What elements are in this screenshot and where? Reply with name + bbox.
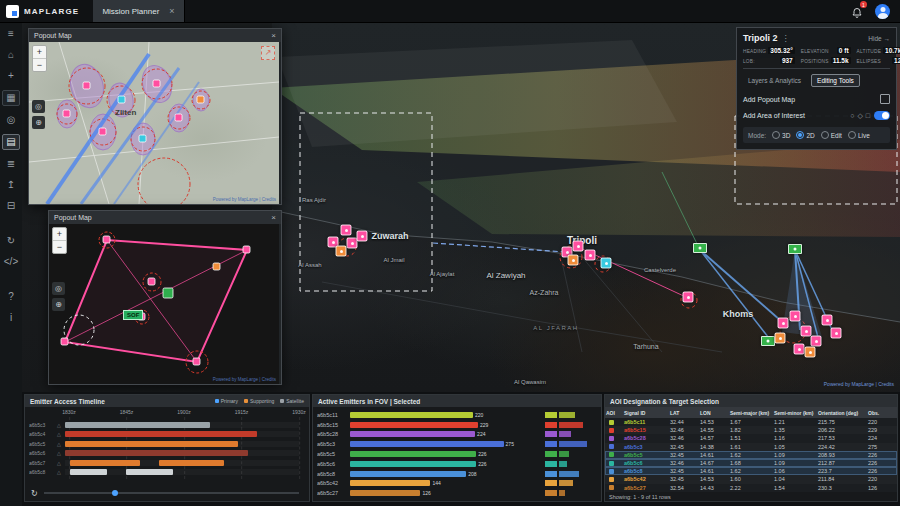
popout-1-map[interactable]: + − ◎ ⊕ ↗ Zliten Powered by MapLarge | C… <box>29 42 279 204</box>
info-icon[interactable]: i <box>3 311 19 325</box>
popout-1-titlebar[interactable]: Popout Map × <box>29 29 281 42</box>
map-attribution[interactable]: Powered by MapLarge | Credits <box>824 381 894 387</box>
emitter-marker[interactable] <box>336 246 347 257</box>
emitter-row[interactable]: a6b5c11220 <box>317 410 597 420</box>
emitter-marker[interactable] <box>568 255 579 266</box>
polygon-tool-icon[interactable]: ◇ <box>857 112 862 120</box>
emitter-marker[interactable] <box>822 315 833 326</box>
emitter-row[interactable]: a6b5c15229 <box>317 420 597 430</box>
zoom-out-button[interactable]: − <box>53 241 66 253</box>
emitter-marker[interactable] <box>775 333 786 344</box>
database-icon[interactable]: ⊟ <box>3 199 19 213</box>
mode-option-3d[interactable]: 3D <box>772 131 790 139</box>
locate-icon[interactable]: ◎ <box>32 100 45 113</box>
mode-option-live[interactable]: Live <box>848 131 870 139</box>
timeline-track[interactable] <box>65 450 299 456</box>
emitter-marker[interactable] <box>693 243 707 253</box>
popout-map-2[interactable]: Popout Map × <box>48 210 282 385</box>
emitter-row[interactable]: a6b5c6226 <box>317 459 597 469</box>
popout-map-1[interactable]: Popout Map × <box>28 28 282 205</box>
column-header[interactable]: Signal ID <box>623 407 669 418</box>
tab-layers-analytics[interactable]: Layers & Analytics <box>743 75 806 86</box>
home-icon[interactable]: ⌂ <box>3 48 19 62</box>
globe-icon[interactable]: ⊕ <box>52 298 65 311</box>
tab-mission-planner[interactable]: Mission Planner × <box>93 0 184 22</box>
popout-2-map[interactable]: SOF + − ◎ ⊕ Powered by MapLarge | Credit… <box>49 224 279 384</box>
popout-2-attribution[interactable]: Powered by MapLarge | Credits <box>213 377 276 382</box>
zoom-out-button[interactable]: − <box>33 59 46 71</box>
table-row[interactable]: a6b5c532.4514.611.621.09208.93226 <box>605 451 897 459</box>
timeline-track[interactable] <box>65 431 299 437</box>
column-header[interactable]: AOI <box>605 407 623 418</box>
popout-1-close-icon[interactable]: × <box>271 31 276 40</box>
zoom-in-button[interactable]: + <box>53 228 66 241</box>
emitter-marker[interactable] <box>683 292 694 303</box>
emitter-marker[interactable] <box>761 336 775 346</box>
column-header[interactable]: Semi-major (km) <box>729 407 773 418</box>
timeline-track[interactable] <box>65 422 299 428</box>
emitter-marker[interactable] <box>831 328 842 339</box>
emitter-marker[interactable] <box>341 225 352 236</box>
emitter-marker[interactable] <box>801 326 812 337</box>
column-header[interactable]: Obs. <box>867 407 891 418</box>
emitter-marker[interactable] <box>778 318 789 329</box>
expand-icon[interactable]: ↗ <box>261 46 275 60</box>
emitter-marker[interactable] <box>794 344 805 355</box>
mode-option-edit[interactable]: Edit <box>821 131 842 139</box>
table-row[interactable]: a6b5c2832.4614.571.511.16217.53224 <box>605 434 897 442</box>
table-row[interactable]: a6b5c332.4514.381.611.05224.42275 <box>605 443 897 451</box>
column-header[interactable]: Orientation (deg) <box>817 407 867 418</box>
timeline-track[interactable] <box>65 460 299 466</box>
zoom-in-button[interactable]: + <box>33 46 46 59</box>
grid-icon[interactable]: ▦ <box>2 90 20 106</box>
legend-item[interactable]: Supporting <box>244 398 274 404</box>
table-row[interactable]: a6b5c1132.4414.531.671.21215.75220 <box>605 418 897 426</box>
emitter-row[interactable]: a6b5c5226 <box>317 449 597 459</box>
emitter-marker[interactable] <box>585 250 596 261</box>
tab-editing-tools[interactable]: Editing Tools <box>811 74 860 87</box>
locate-icon[interactable]: ◎ <box>52 282 65 295</box>
target-icon[interactable]: ◎ <box>3 113 19 127</box>
table-row[interactable]: a6b5c4232.4514.531.601.04211.84220 <box>605 475 897 483</box>
popout-2-close-icon[interactable]: × <box>271 213 276 222</box>
kebab-menu-icon[interactable]: ⋮ <box>782 34 790 43</box>
popout-1-attribution[interactable]: Powered by MapLarge | Credits <box>213 197 276 202</box>
emitter-row[interactable]: a6b5c42144 <box>317 479 597 489</box>
table-row[interactable]: a6b5c832.4514.611.621.06223.7226 <box>605 467 897 475</box>
add-icon[interactable]: + <box>3 69 19 83</box>
emitter-row[interactable]: a6b5c27126 <box>317 488 597 498</box>
timeline-track[interactable] <box>65 441 299 447</box>
timeline-track[interactable] <box>65 469 299 475</box>
add-popout-checkbox[interactable] <box>880 94 890 104</box>
map-canvas[interactable]: Ras AjdirZuwarahAl AssahAl JmailAl Ajayl… <box>22 22 900 392</box>
emitter-row[interactable]: a6b5c3275 <box>317 439 597 449</box>
layers-icon[interactable]: ≣ <box>3 157 19 171</box>
help-icon[interactable]: ? <box>3 290 19 304</box>
replay-icon[interactable]: ↻ <box>31 489 38 498</box>
notifications-bell-icon[interactable]: 1 <box>851 5 863 17</box>
menu-icon[interactable]: ≡ <box>3 27 19 41</box>
emitter-marker[interactable] <box>811 336 822 347</box>
tab-close-icon[interactable]: × <box>169 6 174 16</box>
code-icon[interactable]: </> <box>3 255 19 269</box>
popout-2-titlebar[interactable]: Popout Map × <box>49 211 281 224</box>
emitter-marker[interactable] <box>790 311 801 322</box>
table-row[interactable]: a6b5c2732.5414.432.221.54230.3126 <box>605 484 897 492</box>
hide-panel-link[interactable]: Hide → <box>868 35 890 42</box>
emitter-row[interactable]: a6b5c8208 <box>317 469 597 479</box>
column-header[interactable]: Semi-minor (km) <box>773 407 817 418</box>
emitter-marker[interactable] <box>357 231 368 242</box>
timeline-slider[interactable] <box>44 492 299 494</box>
emitter-marker[interactable] <box>788 244 802 254</box>
column-header[interactable]: LAT <box>669 407 699 418</box>
column-header[interactable]: LON <box>699 407 729 418</box>
upload-icon[interactable]: ↥ <box>3 178 19 192</box>
table-row[interactable]: a6b5c1532.4614.551.821.35206.22229 <box>605 426 897 434</box>
globe-icon[interactable]: ⊕ <box>32 116 45 129</box>
table-row[interactable]: a6b5c632.4614.671.681.09212.87226 <box>605 459 897 467</box>
sync-icon[interactable]: ↻ <box>3 234 19 248</box>
emitter-row[interactable]: a6b5c28224 <box>317 430 597 440</box>
sof-unit-badge[interactable]: SOF <box>123 310 143 320</box>
timeline-slider-thumb[interactable] <box>112 490 118 496</box>
emitter-marker[interactable] <box>805 347 816 358</box>
